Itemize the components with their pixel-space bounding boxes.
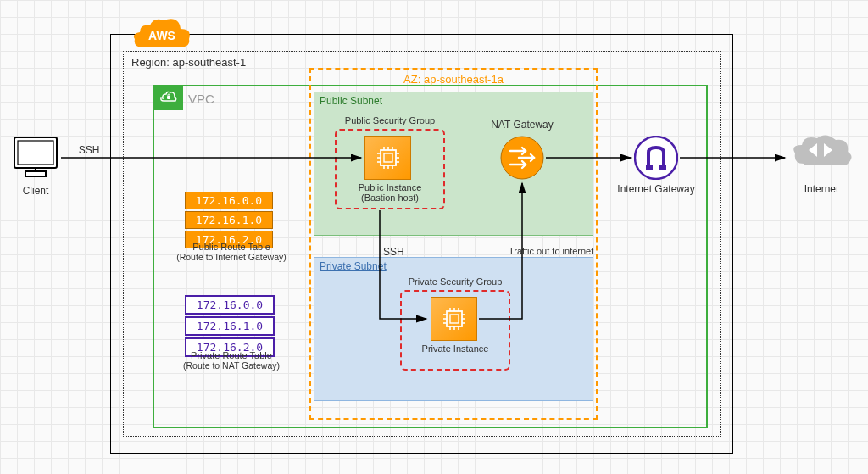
aws-logo-text: AWS: [148, 29, 175, 42]
ssh-label-2: SSH: [383, 246, 417, 258]
nat-gateway-label: NAT Gateway: [483, 119, 561, 131]
public-instance-icon: [364, 136, 411, 180]
traffic-label: Traffic out to internet: [509, 246, 619, 256]
private-rt-title: Private Route Table: [168, 350, 295, 360]
public-instance-label: Public Instance (Bastion host): [335, 182, 445, 203]
vpc-badge: [153, 85, 183, 110]
private-rt-subtitle: (Route to NAT Gateway): [168, 360, 295, 371]
svg-rect-15: [447, 311, 462, 326]
public-rt-cidr-1: 172.16.1.0: [185, 211, 273, 229]
private-instance-label: Private Instance: [400, 343, 510, 354]
public-subnet-label: Public Subnet: [320, 95, 382, 107]
region-label: Region: ap-southeast-1: [131, 56, 246, 69]
private-instance-icon: [431, 297, 477, 341]
public-sg-label: Public Security Group: [335, 115, 445, 125]
svg-rect-34: [646, 165, 653, 170]
svg-point-33: [635, 137, 677, 179]
private-rt-cidr-1: 172.16.1.0: [185, 316, 275, 336]
vpc-cloud-icon: [159, 89, 177, 106]
internet-icon: [788, 131, 854, 179]
internet-gateway-label: Internet Gateway: [617, 183, 695, 195]
private-route-table: 172.16.0.0 172.16.1.0 172.16.2.0: [185, 293, 278, 359]
svg-rect-0: [167, 96, 170, 99]
public-rt-subtitle: (Route to Internet Gateway): [168, 252, 295, 262]
svg-rect-1: [381, 150, 396, 165]
vpc-label: VPC: [188, 92, 214, 106]
svg-rect-35: [659, 165, 666, 170]
client-label: Client: [10, 185, 61, 197]
svg-rect-16: [450, 315, 459, 323]
internet-gateway-icon: [634, 136, 678, 180]
public-rt-title: Public Route Table: [168, 242, 295, 252]
internet-label: Internet: [788, 183, 854, 195]
aws-logo-badge: AWS: [131, 17, 192, 51]
svg-rect-2: [384, 153, 392, 162]
private-rt-cidr-0: 172.16.0.0: [185, 295, 275, 315]
private-subnet-label: Private Subnet: [320, 260, 387, 272]
ssh-label-1: SSH: [72, 144, 106, 156]
ec2-chip-icon: [374, 143, 403, 172]
svg-rect-37: [18, 141, 53, 165]
client-icon: [10, 134, 61, 181]
ec2-chip-icon: [440, 304, 469, 333]
public-rt-cidr-0: 172.16.0.0: [185, 192, 273, 209]
nat-gateway-icon: [500, 136, 544, 180]
private-sg-label: Private Security Group: [400, 276, 510, 287]
az-label: AZ: ap-southeast-1a: [309, 73, 598, 86]
svg-rect-38: [25, 171, 46, 176]
